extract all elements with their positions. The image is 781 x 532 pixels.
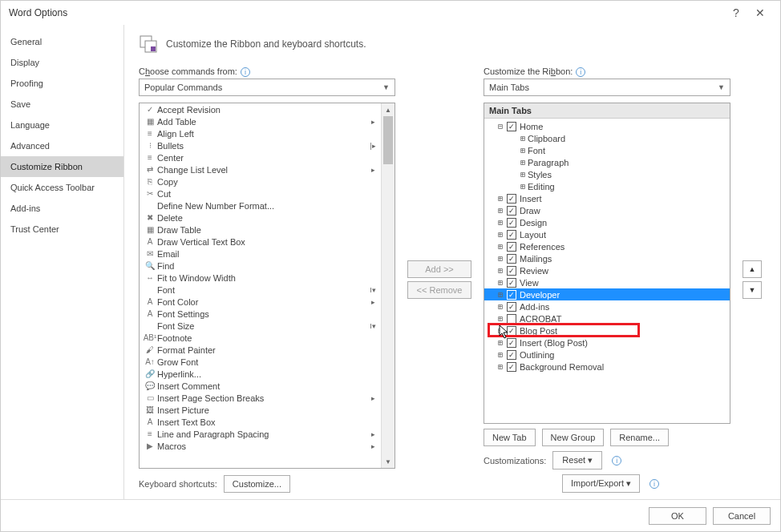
expand-icon[interactable]: ⊞	[496, 302, 505, 311]
checkbox[interactable]: ✓	[507, 302, 516, 312]
command-item[interactable]: ▶Macros▸	[140, 440, 381, 452]
checkbox[interactable]: ✓	[507, 338, 516, 348]
ribbon-tree[interactable]: Main Tabs ⊟✓Home⊞Clipboard⊞Font⊞Paragrap…	[484, 103, 730, 424]
scroll-up-icon[interactable]: ▲	[382, 103, 395, 116]
tree-node-font[interactable]: ⊞Font	[484, 144, 730, 156]
expand-icon[interactable]: ⊞	[518, 134, 528, 143]
tree-node-paragraph[interactable]: ⊞Paragraph	[484, 156, 730, 168]
close-button[interactable]: ✕	[748, 6, 772, 19]
tree-node-home[interactable]: ⊟✓Home	[484, 120, 730, 132]
expand-icon[interactable]: ⊞	[518, 158, 528, 167]
command-item[interactable]: ↔Fit to Window Width	[140, 272, 381, 284]
sidebar-item-customize-ribbon[interactable]: Customize Ribbon	[1, 156, 123, 177]
sidebar-item-proofing[interactable]: Proofing	[1, 73, 123, 94]
tree-node-developer[interactable]: ⊞✓Developer	[484, 288, 730, 300]
expand-icon[interactable]: ⊞	[518, 170, 528, 179]
checkbox[interactable]: ✓	[507, 122, 516, 131]
command-item[interactable]: ▭Insert Page Section Breaks▸	[140, 392, 381, 404]
tree-node-draw[interactable]: ⊞✓Draw	[484, 204, 730, 216]
sidebar-item-save[interactable]: Save	[1, 94, 123, 115]
new-group-button[interactable]: New Group	[542, 429, 605, 446]
sidebar-item-trust-center[interactable]: Trust Center	[1, 219, 123, 240]
tree-node-references[interactable]: ⊞✓References	[484, 240, 730, 252]
reset-button[interactable]: Reset ▾	[552, 451, 602, 470]
tree-node-editing[interactable]: ⊞Editing	[484, 180, 730, 192]
move-down-button[interactable]: ▼	[743, 281, 762, 299]
move-up-button[interactable]: ▲	[743, 260, 762, 278]
customize-ribbon-dropdown[interactable]: Main Tabs▼	[484, 79, 730, 96]
tree-node-insert-blog-post-[interactable]: ⊞✓Insert (Blog Post)	[484, 337, 730, 349]
checkbox[interactable]: ✓	[507, 290, 516, 300]
tree-node-styles[interactable]: ⊞Styles	[484, 168, 730, 180]
expand-icon[interactable]: ⊞	[496, 242, 505, 251]
expand-icon[interactable]: ⊞	[496, 290, 505, 299]
command-item[interactable]: A↑Grow Font	[140, 356, 381, 368]
expand-icon[interactable]: ⊞	[496, 218, 505, 227]
tree-node-background-removal[interactable]: ⊞✓Background Removal	[484, 361, 730, 373]
expand-icon[interactable]: ⊞	[496, 206, 505, 215]
expand-icon[interactable]: ⊟	[496, 122, 505, 131]
command-item[interactable]: ⎘Copy	[140, 175, 381, 187]
command-item[interactable]: AFont Settings	[140, 308, 381, 320]
command-item[interactable]: ⇄Change List Level▸	[140, 163, 381, 175]
expand-icon[interactable]: ⊞	[518, 182, 528, 191]
sidebar-item-add-ins[interactable]: Add-ins	[1, 198, 123, 219]
info-icon[interactable]: i	[649, 479, 659, 489]
checkbox[interactable]: ✓	[507, 278, 516, 288]
expand-icon[interactable]: ⊞	[496, 254, 505, 263]
command-item[interactable]: ✉Email	[140, 248, 381, 260]
tree-node-view[interactable]: ⊞✓View	[484, 276, 730, 288]
command-item[interactable]: ✓Accept Revision	[140, 103, 381, 115]
command-item[interactable]: ▦Add Table▸	[140, 115, 381, 127]
expand-icon[interactable]: ⊞	[518, 146, 528, 155]
checkbox[interactable]: ✓	[507, 254, 516, 264]
command-item[interactable]: ≡Center	[140, 151, 381, 163]
tree-node-review[interactable]: ⊞✓Review	[484, 264, 730, 276]
expand-icon[interactable]: ⊞	[496, 266, 505, 275]
command-item[interactable]: AInsert Text Box	[140, 416, 381, 428]
command-item[interactable]: ✂Cut	[140, 187, 381, 200]
checkbox[interactable]: ✓	[507, 218, 516, 228]
command-item[interactable]: 🖌Format Painter	[140, 344, 381, 356]
command-item[interactable]: ADraw Vertical Text Box	[140, 236, 381, 248]
sidebar-item-language[interactable]: Language	[1, 115, 123, 135]
tree-node-clipboard[interactable]: ⊞Clipboard	[484, 132, 730, 144]
sidebar-item-general[interactable]: General	[1, 31, 123, 52]
checkbox[interactable]: ✓	[507, 194, 516, 204]
expand-icon[interactable]: ⊞	[496, 278, 505, 287]
command-item[interactable]: ▦Draw Table	[140, 224, 381, 236]
choose-commands-dropdown[interactable]: Popular Commands▼	[139, 79, 395, 96]
checkbox[interactable]	[507, 314, 516, 324]
expand-icon[interactable]: ⊞	[496, 362, 505, 371]
checkbox[interactable]: ✓	[507, 266, 516, 276]
commands-listbox[interactable]: ✓Accept Revision▦Add Table▸≡Align Left⁝B…	[139, 103, 395, 469]
checkbox[interactable]: ✓	[507, 206, 516, 216]
sidebar-item-quick-access-toolbar[interactable]: Quick Access Toolbar	[1, 177, 123, 198]
expand-icon[interactable]: ⊞	[496, 326, 505, 335]
info-icon[interactable]: i	[576, 67, 585, 77]
tree-node-mailings[interactable]: ⊞✓Mailings	[484, 252, 730, 264]
help-button[interactable]: ?	[724, 6, 748, 19]
import-export-button[interactable]: Import/Export ▾	[562, 474, 640, 493]
tree-node-layout[interactable]: ⊞✓Layout	[484, 228, 730, 240]
command-item[interactable]: 🔍Find	[140, 260, 381, 272]
tree-node-blog-post[interactable]: ⊞✓Blog Post	[484, 324, 730, 337]
tree-node-design[interactable]: ⊞✓Design	[484, 216, 730, 228]
command-item[interactable]: Font SizeI▾	[140, 320, 381, 332]
expand-icon[interactable]: ⊞	[496, 194, 505, 203]
expand-icon[interactable]: ⊞	[496, 230, 505, 239]
command-item[interactable]: FontI▾	[140, 284, 381, 296]
scrollbar[interactable]: ▲ ▼	[381, 103, 395, 468]
command-item[interactable]: ⁝Bullets|▸	[140, 139, 381, 151]
info-icon[interactable]: i	[612, 456, 621, 466]
command-item[interactable]: ≡Line and Paragraph Spacing▸	[140, 428, 381, 440]
new-tab-button[interactable]: New Tab	[484, 429, 536, 446]
command-item[interactable]: 🔗Hyperlink...	[140, 368, 381, 380]
sidebar-item-display[interactable]: Display	[1, 52, 123, 73]
command-item[interactable]: 🖼Insert Picture	[140, 404, 381, 416]
checkbox[interactable]: ✓	[507, 230, 516, 240]
checkbox[interactable]: ✓	[507, 350, 516, 360]
tree-node-add-ins[interactable]: ⊞✓Add-ins	[484, 300, 730, 312]
command-item[interactable]: ≡Align Left	[140, 127, 381, 139]
rename-button[interactable]: Rename...	[610, 429, 669, 446]
